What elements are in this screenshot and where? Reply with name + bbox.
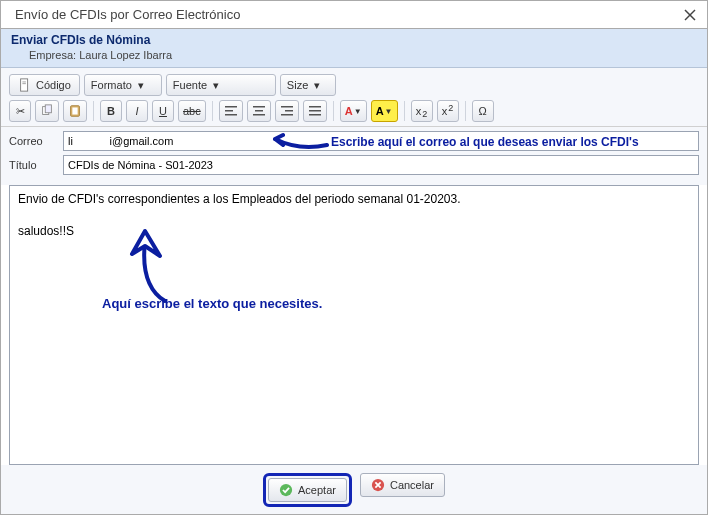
font-select[interactable]: Fuente ▾ <box>166 74 276 96</box>
superscript-button[interactable]: x2 <box>437 100 459 122</box>
align-justify-button[interactable] <box>303 100 327 122</box>
editor-line: saludos!!S <box>18 224 690 238</box>
check-circle-icon <box>279 483 293 497</box>
editor-toolbar: Código Formato ▾ Fuente ▾ Size ▾ ✂ B I U… <box>1 68 707 127</box>
window-title: Envío de CFDIs por Correo Electrónico <box>15 7 681 22</box>
chevron-down-icon: ▾ <box>314 79 320 92</box>
size-select[interactable]: Size ▾ <box>280 74 336 96</box>
editor-line: Envio de CFDI's correspondientes a los E… <box>18 192 690 206</box>
svg-rect-17 <box>253 114 265 116</box>
cancel-button[interactable]: Cancelar <box>360 473 445 497</box>
svg-rect-9 <box>45 105 51 113</box>
copy-icon <box>40 104 54 118</box>
special-char-button[interactable]: Ω <box>472 100 494 122</box>
accept-button[interactable]: Aceptar <box>268 478 347 502</box>
svg-rect-22 <box>309 110 321 112</box>
font-color-button[interactable]: A▼ <box>340 100 367 122</box>
svg-rect-16 <box>255 110 263 112</box>
underline-button[interactable]: U <box>152 100 174 122</box>
source-button[interactable]: Código <box>9 74 80 96</box>
window-close-button[interactable] <box>681 6 699 24</box>
svg-rect-21 <box>309 106 321 108</box>
align-right-button[interactable] <box>275 100 299 122</box>
svg-rect-15 <box>253 106 265 108</box>
correo-input[interactable] <box>63 131 699 151</box>
subheader: Enviar CFDIs de Nómina Empresa: Laura Lo… <box>1 29 707 68</box>
subscript-button[interactable]: x2 <box>411 100 433 122</box>
subheader-heading: Enviar CFDIs de Nómina <box>11 33 697 47</box>
svg-rect-13 <box>225 110 233 112</box>
strike-button[interactable]: abc <box>178 100 206 122</box>
correo-label: Correo <box>9 135 63 147</box>
align-justify-icon <box>308 104 322 118</box>
fields-area: Correo Escribe aquí el correo al que des… <box>1 127 707 185</box>
cancel-circle-icon <box>371 478 385 492</box>
omega-icon: Ω <box>478 105 486 117</box>
chevron-down-icon: ▾ <box>213 79 219 92</box>
cut-button[interactable]: ✂ <box>9 100 31 122</box>
annotation-body: Aquí escribe el texto que necesites. <box>102 296 322 311</box>
annotation-arrow-icon <box>120 226 190 309</box>
format-select[interactable]: Formato ▾ <box>84 74 162 96</box>
highlight-icon: A <box>376 105 384 117</box>
highlight-color-button[interactable]: A▼ <box>371 100 398 122</box>
titulo-input[interactable] <box>63 155 699 175</box>
scissors-icon: ✂ <box>16 105 25 118</box>
titlebar: Envío de CFDIs por Correo Electrónico <box>1 1 707 29</box>
copy-button[interactable] <box>35 100 59 122</box>
svg-rect-7 <box>22 83 26 84</box>
italic-button[interactable]: I <box>126 100 148 122</box>
font-color-icon: A <box>345 105 353 117</box>
accept-highlight: Aceptar <box>263 473 352 507</box>
svg-rect-12 <box>225 106 237 108</box>
align-center-icon <box>252 104 266 118</box>
align-center-button[interactable] <box>247 100 271 122</box>
align-left-button[interactable] <box>219 100 243 122</box>
svg-rect-14 <box>225 114 237 116</box>
svg-rect-18 <box>281 106 293 108</box>
svg-rect-19 <box>285 110 293 112</box>
subheader-company: Empresa: Laura Lopez Ibarra <box>29 49 697 61</box>
titulo-label: Título <box>9 159 63 171</box>
svg-rect-20 <box>281 114 293 116</box>
message-body-editor[interactable]: Envio de CFDI's correspondientes a los E… <box>9 185 699 465</box>
svg-rect-6 <box>22 82 26 83</box>
document-icon <box>18 78 32 92</box>
svg-rect-23 <box>309 114 321 116</box>
align-right-icon <box>280 104 294 118</box>
paste-button[interactable] <box>63 100 87 122</box>
dialog-footer: Aceptar Cancelar <box>1 465 707 515</box>
svg-rect-11 <box>72 108 77 115</box>
align-left-icon <box>224 104 238 118</box>
clipboard-icon <box>68 104 82 118</box>
svg-rect-5 <box>21 79 28 91</box>
bold-button[interactable]: B <box>100 100 122 122</box>
chevron-down-icon: ▾ <box>138 79 144 92</box>
